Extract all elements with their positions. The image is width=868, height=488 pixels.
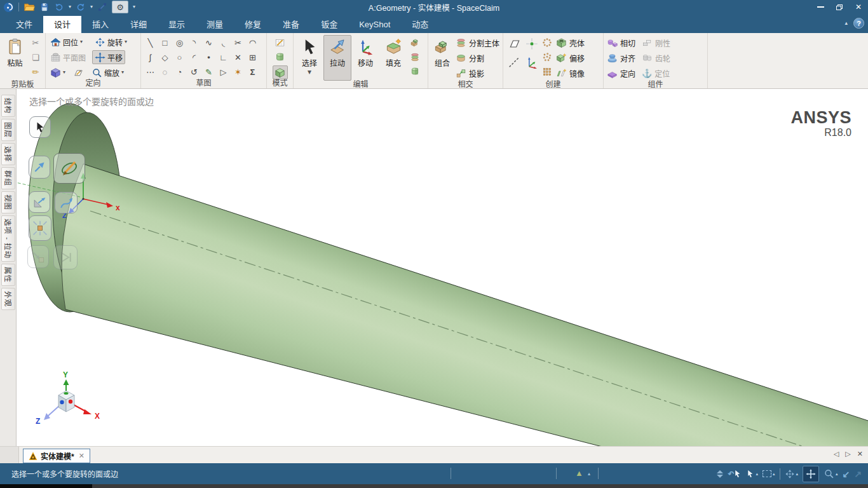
sidebar-item-views[interactable]: 视图 <box>1 191 15 214</box>
zoom-in-arrow-icon[interactable]: ↗ <box>854 469 862 479</box>
qat-overflow-caret[interactable]: ▾ <box>133 4 135 10</box>
tab-sheetmetal[interactable]: 钣金 <box>310 16 348 33</box>
offset-button[interactable]: 偏移 <box>555 50 586 65</box>
shell-button[interactable]: 壳体 <box>555 35 586 50</box>
guide-draft-button[interactable] <box>29 191 50 213</box>
tab-scroll-left-icon[interactable]: ◁ <box>834 450 839 458</box>
view-sketch-plane-button[interactable] <box>71 65 86 79</box>
document-tab-close-icon[interactable]: ✕ <box>79 452 85 460</box>
tab-keyshot[interactable]: KeyShot <box>348 16 401 33</box>
save-button[interactable] <box>39 2 50 12</box>
sketch-tool-construction-ellipse-icon[interactable]: ◌ <box>158 65 172 79</box>
sketch-tool-sweep-arc-icon[interactable]: ↺ <box>187 65 201 79</box>
sketch-tool-ellipse-arc-icon[interactable]: ◠ <box>245 36 260 50</box>
options-gear-button[interactable]: ⚙ <box>112 1 128 13</box>
cut-button[interactable]: ✂ <box>29 36 42 49</box>
sketch-tool-corner-icon[interactable]: ∟ <box>216 50 231 65</box>
guide-pull-up-to-button[interactable] <box>27 245 49 268</box>
pull-button[interactable]: 拉动 <box>323 35 351 81</box>
sketch-tool-project-icon[interactable]: ⊞ <box>245 50 260 65</box>
home-view-button[interactable]: 回位 ▾ <box>48 35 90 49</box>
tab-insert[interactable]: 插入 <box>81 16 119 33</box>
orient-button[interactable]: 定向 <box>606 65 637 81</box>
close-button[interactable]: ✕ <box>849 0 868 14</box>
zoom-out-arrow-icon[interactable]: ↙ <box>843 469 850 479</box>
sketch-tool-circle-icon[interactable]: ◎ <box>172 36 187 50</box>
sketch-tool-view-plane-icon[interactable]: ▷ <box>216 65 231 79</box>
tab-list-close-icon[interactable]: ✕ <box>857 450 863 458</box>
document-tab-active[interactable]: 实体建模* ✕ <box>23 449 90 463</box>
tab-scroll-right-icon[interactable]: ▷ <box>845 450 850 458</box>
move-button[interactable]: 移动 <box>351 35 379 81</box>
axis-button[interactable] <box>506 55 523 69</box>
display-style-caret[interactable]: ▴ <box>588 471 590 477</box>
fill-pattern-button[interactable] <box>541 51 553 64</box>
spin-button[interactable]: 旋转 ▾ <box>92 35 130 49</box>
select-button[interactable]: 选择 ▾ <box>295 35 323 81</box>
plan-view-button[interactable]: 平面图 <box>48 50 90 64</box>
view-triad[interactable]: Y X Z <box>36 370 100 426</box>
select-dropdown-caret[interactable]: ▾ <box>308 68 311 76</box>
undo-view-button[interactable]: ↶ <box>728 470 742 478</box>
copy-button[interactable]: ❏ <box>29 51 42 64</box>
tangent-button[interactable]: 相切 <box>606 35 637 50</box>
sketch-tool-equation-icon[interactable]: Σ <box>245 65 260 79</box>
sketch-tool-spline-icon[interactable]: ∿ <box>201 36 216 50</box>
sketch-tool-tangent-arc-icon[interactable]: ◝ <box>187 36 201 50</box>
split-button[interactable]: 分割 <box>454 50 501 65</box>
guide-revolve-button[interactable] <box>53 153 85 184</box>
sketch-mode-button[interactable] <box>273 35 288 49</box>
sketch-tool-polygon-icon[interactable]: ◇ <box>158 50 172 65</box>
tab-repair[interactable]: 修复 <box>234 16 272 33</box>
circular-pattern-button[interactable] <box>541 36 553 49</box>
sidebar-item-layers[interactable]: 图层 <box>1 119 15 141</box>
selection-filter-icon[interactable] <box>97 2 107 12</box>
section-mode-button[interactable] <box>273 50 288 64</box>
display-style-button[interactable]: ▲ <box>575 468 583 479</box>
pan-view-button[interactable] <box>803 466 819 482</box>
tab-display[interactable]: 显示 <box>158 16 196 33</box>
adjust-face-button[interactable] <box>409 65 421 78</box>
view-cube-button[interactable]: ▾ <box>48 65 68 79</box>
pan-button[interactable]: 平移 <box>92 50 125 64</box>
sketch-tool-construction-line-icon[interactable]: ⋯ <box>143 65 158 79</box>
minimize-button[interactable] <box>811 0 830 14</box>
sketch-tool-sketch-plane-icon[interactable]: ✎ <box>201 65 216 79</box>
point-button[interactable] <box>526 37 538 50</box>
sidebar-item-properties[interactable]: 属性 <box>1 264 15 286</box>
sketch-tool-line-icon[interactable]: ╲ <box>143 36 158 50</box>
sidebar-item-selection[interactable]: 选择 <box>1 143 15 165</box>
sketch-tool-bend-icon[interactable]: ◟ <box>216 36 231 50</box>
zoom-view-button[interactable]: ▴ <box>824 468 838 479</box>
plane-button[interactable] <box>506 37 523 50</box>
anchor-button[interactable]: ⚓ 定位 <box>641 65 672 81</box>
replace-button[interactable] <box>409 51 421 64</box>
guide-run-to-button[interactable] <box>53 245 78 269</box>
tab-dynamics[interactable]: 动态 <box>401 16 439 33</box>
tab-detail[interactable]: 详细 <box>119 16 158 33</box>
collapse-ribbon-caret[interactable]: ▴ <box>844 20 848 26</box>
sketch-tool-ellipse-icon[interactable]: ○ <box>172 50 187 65</box>
sketch-tool-trim-icon[interactable]: ✂ <box>231 36 245 50</box>
linear-pattern-button[interactable] <box>541 65 553 78</box>
guide-select-button[interactable] <box>29 116 51 138</box>
sketch-tool-point-icon[interactable]: • <box>201 50 216 65</box>
zoom-button[interactable]: 缩放 ▾ <box>89 65 126 79</box>
scroll-updown-icon[interactable] <box>717 470 723 478</box>
undo-dropdown-caret[interactable]: ▾ <box>69 4 71 10</box>
restore-button[interactable] <box>830 0 849 14</box>
project-button[interactable]: 投影 <box>454 65 501 81</box>
open-button[interactable] <box>24 1 35 13</box>
format-painter-button[interactable]: ✏ <box>29 65 42 78</box>
sidebar-item-structure[interactable]: 结构 <box>1 95 15 117</box>
sketch-tool-spline-curve-icon[interactable]: ∫ <box>143 50 158 65</box>
viewport-3d[interactable]: x Z Y X Z <box>17 89 868 446</box>
paste-button[interactable]: 粘贴 <box>2 35 28 81</box>
tab-measure[interactable]: 测量 <box>196 16 234 33</box>
solid-mode-button[interactable] <box>273 65 288 79</box>
combine-button[interactable]: 组合 <box>430 35 454 81</box>
fill-button[interactable]: 填充 <box>379 35 407 81</box>
sketch-tool-construction-polygon-icon[interactable]: ◔ <box>172 65 187 79</box>
sketch-tool-split-icon[interactable]: ✕ <box>231 50 245 65</box>
sketch-tool-arc-icon[interactable]: ◜ <box>187 50 201 65</box>
